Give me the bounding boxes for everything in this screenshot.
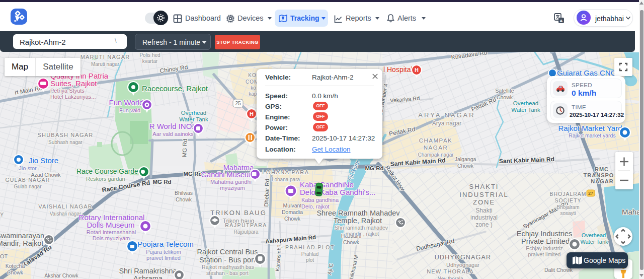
svg-text:Y: Y xyxy=(0,212,4,218)
svg-text:Chowk: Chowk xyxy=(7,269,24,275)
svg-text:PRAHLAD PLOT: PRAHLAD PLOT xyxy=(285,244,335,250)
svg-text:Suites, Rajkot: Suites, Rajkot xyxy=(50,79,97,88)
svg-text:Shri ramnath mahadev: Shri ramnath mahadev xyxy=(335,225,388,231)
svg-text:Dols myuziyam: Dols myuziyam xyxy=(93,235,130,241)
svg-text:RMC: RMC xyxy=(595,166,609,172)
svg-text:Satellite: Satellite xyxy=(495,88,514,94)
svg-text:Temple, Rajkot: Temple, Rajkot xyxy=(334,217,382,225)
svg-text:Shree Ramnath Mahadev: Shree Ramnath Mahadev xyxy=(316,209,400,217)
svg-text:Chowk: Chowk xyxy=(343,239,360,245)
svg-text:Gulab nagar: Gulab nagar xyxy=(14,184,42,189)
svg-text:Overhead: Overhead xyxy=(513,100,539,106)
svg-text:Hotel Lakzuriyas...: Hotel Lakzuriyas... xyxy=(50,94,96,100)
svg-text:myuziyam: myuziyam xyxy=(220,185,245,191)
svg-text:Dolls Museum: Dolls Museum xyxy=(87,221,134,229)
svg-text:Rajkot madhyasth bas: Rajkot madhyasth bas xyxy=(202,264,254,270)
svg-text:Chowk: Chowk xyxy=(497,94,513,100)
svg-text:Rotari internashanal: Rotari internashanal xyxy=(87,229,136,235)
svg-text:l Hospital: l Hospital xyxy=(383,65,413,74)
svg-text:praivet limited: praivet limited xyxy=(528,251,561,257)
svg-text:Echjay industriz: Echjay industriz xyxy=(526,245,563,251)
svg-text:TRANSPO: TRANSPO xyxy=(584,172,614,178)
svg-text:H: H xyxy=(250,111,254,117)
svg-text:R World INOX: R World INOX xyxy=(149,122,197,130)
svg-text:Mandir, Rajkot: Mandir, Rajkot xyxy=(0,239,43,247)
svg-text:UDHYOGNAGAR: UDHYOGNAGAR xyxy=(435,254,492,261)
svg-text:NAGAR: NAGAR xyxy=(591,178,613,184)
svg-text:Vaishali nagar: Vaishali nagar xyxy=(50,211,82,217)
svg-text:INDUSTRIAL: INDUSTRIAL xyxy=(459,191,508,198)
svg-text:Dhebar Rd: Dhebar Rd xyxy=(263,179,270,207)
svg-text:CHAMPAK: CHAMPAK xyxy=(419,137,453,144)
svg-text:NEW THORALA: NEW THORALA xyxy=(427,268,474,274)
svg-text:Reskors gardan: Reskors gardan xyxy=(86,176,125,182)
svg-text:ARYA NAGAR: ARYA NAGAR xyxy=(418,111,475,119)
svg-text:A: A xyxy=(560,19,563,23)
svg-text:Swaminarayan: Swaminarayan xyxy=(0,232,44,240)
svg-text:Jio stor: Jio stor xyxy=(19,165,37,171)
svg-text:Delo (Kaba Gandhi's...: Delo (Kaba Gandhi's... xyxy=(300,188,375,196)
svg-text:Udhyognagar: Udhyognagar xyxy=(446,262,479,268)
svg-text:NAGAR: NAGAR xyxy=(424,145,448,151)
svg-text:H: H xyxy=(415,67,419,73)
svg-text:Mahatma gandhi: Mahatma gandhi xyxy=(210,179,252,185)
svg-text:BHOJALRAM: BHOJALRAM xyxy=(549,191,586,197)
svg-text:Mulvant: Mulvant xyxy=(283,202,302,208)
svg-text:Fun vald: Fun vald xyxy=(119,107,140,113)
svg-text:Chowk: Chowk xyxy=(457,163,474,169)
svg-text:mandir , rajkot: mandir , rajkot xyxy=(346,231,379,237)
svg-text:Subhash nagar: Subhash nagar xyxy=(48,140,83,145)
svg-text:Lohana para: Lohana para xyxy=(272,177,300,182)
svg-text:steshan - bas port: steshan - bas port xyxy=(206,270,249,276)
svg-text:27: 27 xyxy=(588,191,593,196)
svg-text:Prahlad: Prahlad xyxy=(301,251,318,257)
svg-text:Water Tank: Water Tank xyxy=(511,107,540,113)
svg-text:RAJPUTPARA: RAJPUTPARA xyxy=(225,222,267,228)
svg-text:Aar vald aainoks: Aar vald aainoks xyxy=(152,131,194,137)
svg-text:MG Rd: MG Rd xyxy=(181,138,188,157)
svg-text:Race Course Garden: Race Course Garden xyxy=(76,168,142,175)
svg-text:Rajkot Market Yard: Rajkot Market Yard xyxy=(558,124,622,132)
svg-text:Polis hed: Polis hed xyxy=(139,52,160,58)
svg-text:Maruti nagar: Maruti nagar xyxy=(91,61,120,67)
svg-text:Shakti: Shakti xyxy=(475,207,492,214)
svg-text:Rajputpara: Rajputpara xyxy=(234,229,259,235)
svg-text:ZONE: ZONE xyxy=(473,198,495,206)
svg-text:Jio Store: Jio Store xyxy=(29,156,58,165)
svg-text:praivet limited: praivet limited xyxy=(146,255,181,261)
svg-text:MG Rd: MG Rd xyxy=(365,165,383,171)
svg-text:MARUTI NAGAR: MARUTI NAGAR xyxy=(80,54,130,60)
svg-text:Petriya Styuts: Petriya Styuts xyxy=(50,88,85,94)
svg-text:SHUBASH NAGAR: SHUBASH NAGAR xyxy=(38,132,94,138)
svg-text:Domadia: Domadia xyxy=(282,209,303,215)
svg-text:SHAKTI: SHAKTI xyxy=(469,183,499,190)
svg-text:Azad Chowk: Azad Chowk xyxy=(31,172,61,178)
svg-text:Water Tank: Water Tank xyxy=(580,239,608,245)
svg-text:plot: plot xyxy=(306,257,314,263)
svg-text:Echjay Industries: Echjay Industries xyxy=(517,230,572,238)
svg-text:Arya nagar: Arya nagar xyxy=(432,120,462,127)
svg-text:Nev thorala: Nev thorala xyxy=(437,276,463,279)
svg-text:Jalganga: Jalganga xyxy=(455,156,476,162)
svg-text:Poojara Telecom: Poojara Telecom xyxy=(137,240,193,248)
svg-text:MG Rd: MG Rd xyxy=(183,171,202,177)
svg-text:Chowk: Chowk xyxy=(284,216,301,222)
svg-text:Racecourse, Rajkot: Racecourse, Rajkot xyxy=(142,84,208,93)
svg-text:OT: OT xyxy=(0,253,8,259)
svg-text:Gandhi Museum: Gandhi Museum xyxy=(201,171,255,179)
svg-text:Overhead: Overhead xyxy=(582,232,606,238)
svg-text:Maha: Maha xyxy=(622,207,639,216)
svg-text:industriyal: industriyal xyxy=(470,214,498,221)
svg-text:Chowk: Chowk xyxy=(176,196,192,202)
svg-text:kvartar: kvartar xyxy=(142,58,158,64)
svg-text:Kotecha: Kotecha xyxy=(6,263,25,269)
svg-text:Ashrama: Ashrama xyxy=(133,274,163,279)
svg-text:Bhojalram: Bhojalram xyxy=(556,204,579,210)
svg-text:LOHANA PARA: LOHANA PARA xyxy=(262,169,309,175)
svg-text:Kaba gandhina: Kaba gandhina xyxy=(301,197,339,203)
svg-text:SOCIETY: SOCIETY xyxy=(554,197,581,203)
svg-text:MG Rd: MG Rd xyxy=(152,179,171,185)
svg-text:Fun World: Fun World xyxy=(109,98,144,107)
svg-text:25: 25 xyxy=(235,101,241,106)
svg-text:Overhead: Overhead xyxy=(181,110,207,116)
